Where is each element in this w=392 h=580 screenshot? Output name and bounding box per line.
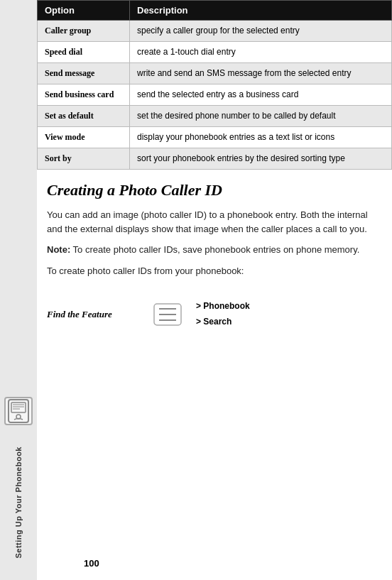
table-cell-option: Caller group [38, 21, 130, 42]
table-row: Set as defaultset the desired phone numb… [38, 106, 392, 127]
note-label: Note: [47, 244, 70, 255]
table-cell-option: Send message [38, 63, 130, 84]
table-cell-option: Speed dial [38, 42, 130, 63]
table-row: Send messagewrite and send an SMS messag… [38, 63, 392, 84]
nav-phonebook: > Phonebook [196, 299, 250, 314]
table-cell-description: specify a caller group for the selected … [130, 21, 392, 42]
table-row: Speed dialcreate a 1-touch dial entry [38, 42, 392, 63]
col-option: Option [38, 1, 130, 21]
phone-icon [6, 398, 31, 424]
section-title: Creating a Photo Caller ID [47, 181, 382, 199]
sidebar: Setting Up Your Phonebook [0, 0, 37, 580]
menu-navigation-icon [153, 303, 182, 326]
feature-section: Find the Feature > Phonebook > Search [37, 292, 392, 336]
feature-nav: > Phonebook > Search [196, 299, 250, 329]
menu-icon-box [153, 303, 182, 326]
phone-icon-box [4, 397, 33, 425]
find-feature-label: Find the Feature [47, 309, 139, 320]
table-row: View modedisplay your phonebook entries … [38, 127, 392, 148]
table-cell-option: View mode [38, 127, 130, 148]
svg-rect-1 [11, 403, 26, 412]
col-description: Description [130, 1, 392, 21]
table-cell-option: Send business card [38, 84, 130, 106]
note-content: To create photo caller IDs, save phonebo… [73, 244, 360, 255]
table-row: Send business cardsend the selected entr… [38, 84, 392, 106]
nav-search: > Search [196, 314, 250, 330]
main-content: Option Description Caller groupspecify a… [37, 0, 392, 580]
note-text: Note: To create photo caller IDs, save p… [47, 243, 382, 257]
body-text-1: You can add an image (photo caller ID) t… [47, 208, 382, 236]
table-cell-option: Sort by [38, 148, 130, 170]
table-row: Caller groupspecify a caller group for t… [38, 21, 392, 42]
table-cell-option: Set as default [38, 106, 130, 127]
table-row: Sort bysort your phonebook entries by th… [38, 148, 392, 170]
table-cell-description: set the desired phone number to be calle… [130, 106, 392, 127]
table-cell-description: write and send an SMS message from the s… [130, 63, 392, 84]
options-table: Option Description Caller groupspecify a… [37, 0, 392, 170]
sidebar-label: Setting Up Your Phonebook [14, 447, 23, 559]
table-cell-description: create a 1-touch dial entry [130, 42, 392, 63]
table-cell-description: send the selected entry as a business ca… [130, 84, 392, 106]
page-number: 100 [74, 558, 99, 569]
table-cell-description: display your phonebook entries as a text… [130, 127, 392, 148]
section-content: Creating a Photo Caller ID You can add a… [37, 170, 392, 292]
table-cell-description: sort your phonebook entries by the desir… [130, 148, 392, 170]
body-text-2: To create photo caller IDs from your pho… [47, 264, 382, 278]
